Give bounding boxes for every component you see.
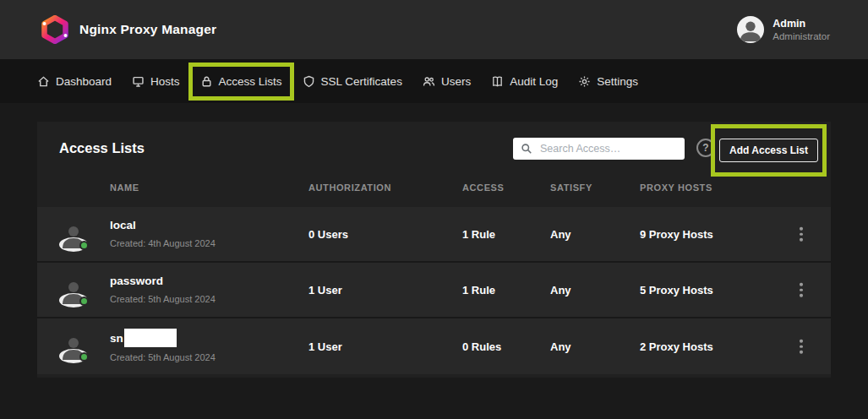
table-row: sn Created: 5th August 2024 1 User 0 Rul… (37, 318, 831, 374)
row-avatar (59, 276, 88, 305)
highlight-annotation-nav: Access Lists (188, 63, 294, 101)
column-header-proxy-hosts: PROXY HOSTS (640, 182, 712, 193)
app-title: Nginx Proxy Manager (79, 22, 216, 37)
nav-item-label: Users (441, 75, 471, 88)
column-header-access: ACCESS (462, 182, 504, 193)
user-name: Admin (772, 17, 830, 30)
nav-item-settings[interactable]: Settings (578, 75, 638, 88)
users-icon (423, 75, 435, 88)
online-status-dot (79, 297, 89, 306)
user-menu[interactable]: Admin Administrator (737, 16, 830, 43)
nav-item-label: Access Lists (219, 75, 282, 88)
online-status-dot (79, 352, 89, 362)
nav-item-access-lists[interactable]: Access Lists (200, 75, 282, 88)
access-lists-panel: Access Lists ? Add Access List NAME AUTH… (37, 122, 831, 378)
search-input[interactable] (513, 138, 685, 160)
column-header-name: NAME (110, 182, 139, 193)
proxy-hosts-value: 5 Proxy Hosts (640, 284, 713, 297)
table-row: password Created: 5th August 2024 1 User… (37, 263, 831, 318)
nav-item-ssl-certificates[interactable]: SSL Certificates (303, 75, 402, 88)
home-icon (37, 75, 50, 88)
satisfy-value: Any (550, 284, 571, 297)
user-role: Administrator (772, 30, 830, 43)
lock-icon (200, 75, 213, 88)
app-window: Nginx Proxy Manager Admin Administrator … (0, 0, 868, 419)
search-icon (521, 143, 532, 155)
authorization-value: 1 User (308, 284, 342, 297)
highlight-annotation-add-button: Add Access List (711, 124, 827, 177)
book-icon (491, 75, 504, 88)
nav-item-label: Audit Log (510, 75, 558, 88)
access-list-name: password (110, 273, 216, 289)
created-date: Created: 5th August 2024 (110, 292, 216, 306)
top-header: Nginx Proxy Manager Admin Administrator (0, 0, 868, 59)
nav-item-hosts[interactable]: Hosts (132, 75, 180, 88)
nav-item-dashboard[interactable]: Dashboard (37, 75, 112, 88)
proxy-hosts-value: 9 Proxy Hosts (640, 228, 713, 241)
nav-item-audit-log[interactable]: Audit Log (491, 75, 558, 88)
proxy-hosts-value: 2 Proxy Hosts (640, 340, 713, 353)
satisfy-value: Any (550, 228, 571, 241)
add-access-list-button[interactable]: Add Access List (719, 139, 818, 162)
user-avatar-icon (737, 16, 764, 43)
nav-item-label: Dashboard (56, 75, 112, 88)
nav-item-label: SSL Certificates (321, 75, 402, 88)
nav-item-label: Settings (597, 75, 638, 88)
satisfy-value: Any (550, 340, 571, 353)
main-nav: Dashboard Hosts Access Lists SSL Certifi… (0, 59, 868, 103)
authorization-value: 1 User (308, 340, 342, 353)
nav-item-label: Hosts (150, 75, 180, 88)
monitor-icon (132, 75, 145, 88)
row-avatar (59, 220, 88, 249)
table-row: local Created: 4th August 2024 0 Users 1… (37, 207, 831, 263)
created-date: Created: 4th August 2024 (110, 237, 216, 250)
page-title: Access Lists (59, 140, 145, 156)
redaction-box (124, 329, 177, 347)
access-list-name: local (110, 217, 216, 233)
access-list-name: sn (110, 332, 123, 345)
shield-icon (303, 75, 315, 88)
nav-item-users[interactable]: Users (423, 75, 471, 88)
table-body: local Created: 4th August 2024 0 Users 1… (37, 207, 831, 374)
table-header: NAME AUTHORIZATION ACCESS SATISFY PROXY … (37, 182, 831, 199)
created-date: Created: 5th August 2024 (110, 351, 216, 364)
gear-icon (578, 75, 591, 88)
access-value: 1 Rule (462, 228, 495, 241)
kebab-menu-icon[interactable] (794, 222, 808, 247)
kebab-menu-icon[interactable] (794, 278, 808, 302)
online-status-dot (79, 241, 89, 250)
column-header-satisfy: SATISFY (550, 182, 592, 193)
kebab-menu-icon[interactable] (794, 335, 808, 359)
search-box (513, 138, 685, 160)
column-header-authorization: AUTHORIZATION (308, 182, 391, 193)
nginx-proxy-manager-logo-icon (41, 15, 69, 44)
access-value: 1 Rule (462, 284, 495, 297)
authorization-value: 0 Users (308, 228, 348, 241)
access-value: 0 Rules (462, 340, 501, 353)
row-avatar (59, 332, 88, 361)
